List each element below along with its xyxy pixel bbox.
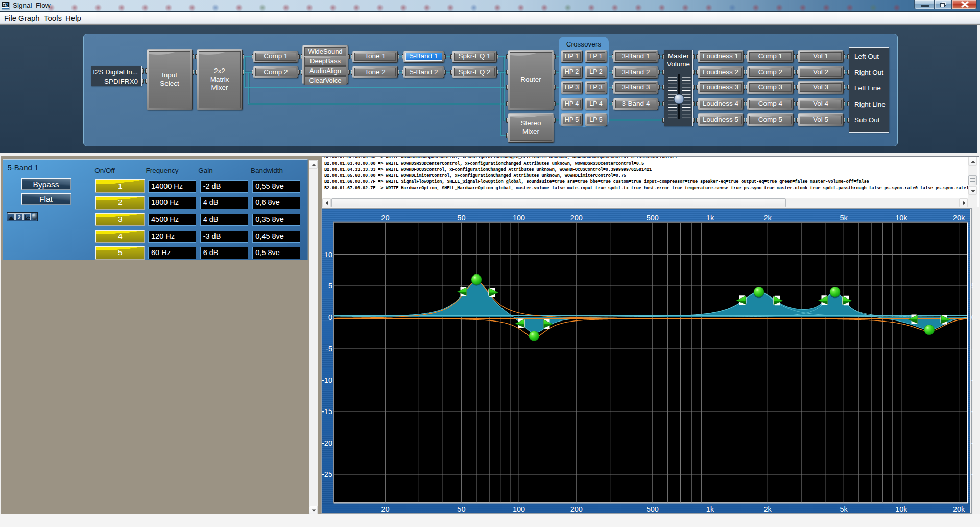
- svg-text:10: 10: [324, 250, 332, 259]
- svg-text:10k: 10k: [895, 214, 907, 222]
- svg-text:5k: 5k: [840, 214, 848, 222]
- svg-text:5k: 5k: [840, 505, 848, 513]
- svg-text:500: 500: [647, 214, 659, 222]
- svg-text:100: 100: [513, 505, 525, 513]
- svg-text:-20: -20: [322, 439, 332, 447]
- svg-text:20k: 20k: [953, 214, 965, 222]
- svg-text:20: 20: [381, 214, 389, 222]
- svg-text:-15: -15: [322, 407, 332, 416]
- svg-text:20: 20: [381, 505, 389, 513]
- svg-text:-25: -25: [322, 470, 332, 478]
- svg-text:50: 50: [457, 505, 465, 513]
- svg-text:500: 500: [647, 505, 659, 513]
- svg-text:1k: 1k: [706, 505, 714, 513]
- svg-text:20k: 20k: [953, 505, 965, 513]
- svg-text:200: 200: [570, 505, 583, 513]
- svg-text:0: 0: [971, 313, 973, 322]
- svg-text:2k: 2k: [764, 505, 772, 513]
- svg-text:5: 5: [971, 282, 973, 290]
- svg-text:1k: 1k: [706, 214, 714, 222]
- svg-text:-15: -15: [971, 407, 973, 416]
- svg-text:-5: -5: [326, 345, 332, 353]
- svg-text:100: 100: [513, 214, 525, 222]
- svg-text:2k: 2k: [764, 214, 772, 222]
- svg-text:5: 5: [328, 282, 332, 290]
- svg-text:-20: -20: [971, 439, 973, 447]
- svg-text:-25: -25: [971, 470, 973, 478]
- svg-text:-10: -10: [322, 376, 332, 384]
- svg-text:10k: 10k: [895, 505, 907, 513]
- svg-text:-10: -10: [971, 376, 973, 384]
- svg-text:0: 0: [328, 313, 332, 322]
- svg-text:10: 10: [971, 250, 973, 259]
- svg-text:200: 200: [570, 214, 583, 222]
- svg-text:50: 50: [457, 214, 465, 222]
- svg-text:-5: -5: [971, 345, 973, 353]
